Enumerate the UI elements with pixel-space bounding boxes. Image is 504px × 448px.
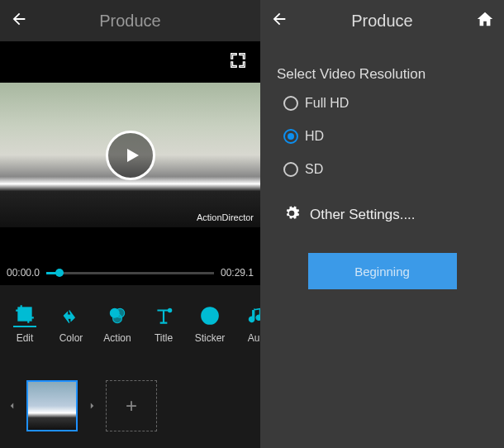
begin-label: Beginning (354, 265, 410, 279)
add-clip-button[interactable]: + (106, 380, 157, 431)
gear-icon (283, 205, 300, 225)
begin-button[interactable]: Beginning (308, 253, 457, 289)
fullscreen-icon[interactable] (229, 51, 247, 73)
tool-label: Edit (17, 332, 34, 344)
tool-action[interactable]: Action (96, 304, 139, 344)
resolution-option-sd[interactable]: SD (283, 162, 481, 177)
time-total: 00:29.1 (221, 267, 254, 279)
home-icon[interactable] (476, 10, 494, 31)
radio-icon (283, 162, 298, 177)
speed-icon (59, 304, 83, 327)
svg-point-4 (169, 309, 171, 312)
text-icon (152, 304, 175, 327)
radio-label: Full HD (305, 96, 349, 111)
resolution-section-title: Select Video Resolution (260, 41, 504, 96)
preview-toolbar (0, 41, 260, 83)
filter-icon (106, 304, 129, 327)
back-icon[interactable] (270, 10, 288, 31)
progress-row: 00:00.0 00:29.1 (0, 260, 260, 285)
clip-thumbnail[interactable] (26, 380, 78, 431)
clips-row: + (0, 363, 260, 448)
radio-label: HD (305, 129, 324, 144)
clip-next-icon[interactable] (84, 381, 99, 431)
radio-icon (283, 129, 298, 144)
watermark: ActionDirector (197, 212, 254, 222)
tool-audio[interactable]: Auk (235, 304, 260, 344)
svg-point-3 (113, 314, 122, 323)
resolution-list: Full HD HD SD (260, 96, 504, 177)
tool-label: Auk (248, 332, 260, 344)
tool-color[interactable]: Color (50, 304, 93, 344)
clip-prev-icon[interactable] (5, 381, 20, 431)
svg-point-5 (202, 307, 218, 324)
resolution-option-fullhd[interactable]: Full HD (283, 96, 481, 111)
svg-point-6 (207, 313, 208, 315)
crop-icon (13, 304, 36, 327)
progress-slider[interactable] (46, 272, 214, 274)
music-icon (245, 304, 260, 327)
tool-edit[interactable]: Edit (3, 304, 46, 344)
left-title: Produce (99, 12, 161, 31)
svg-point-7 (212, 313, 213, 315)
tools-row: Edit Color Action Title Sticker Auk (0, 285, 260, 363)
sticker-icon (198, 304, 221, 327)
editor-pane: Produce ActionDirector 00:00.0 00:29.1 E… (0, 0, 260, 448)
other-settings-label: Other Settings.... (310, 207, 416, 223)
other-settings-button[interactable]: Other Settings.... (260, 177, 504, 225)
time-current: 00:00.0 (7, 267, 40, 279)
tool-label: Title (155, 332, 173, 344)
back-icon[interactable] (10, 10, 28, 31)
produce-pane: Produce Select Video Resolution Full HD … (260, 0, 504, 448)
tool-label: Action (103, 332, 131, 344)
tool-sticker[interactable]: Sticker (188, 304, 231, 344)
tool-label: Sticker (195, 332, 226, 344)
radio-icon (283, 96, 298, 111)
play-button[interactable] (106, 131, 155, 180)
right-header: Produce (260, 0, 504, 41)
tool-label: Color (59, 332, 83, 344)
right-title: Produce (295, 12, 469, 31)
left-header: Produce (0, 0, 260, 41)
resolution-option-hd[interactable]: HD (283, 129, 481, 144)
radio-label: SD (305, 162, 323, 177)
svg-rect-0 (18, 307, 31, 320)
preview-spacer (0, 227, 260, 260)
tool-title[interactable]: Title (142, 304, 185, 344)
video-preview: ActionDirector (0, 83, 260, 227)
